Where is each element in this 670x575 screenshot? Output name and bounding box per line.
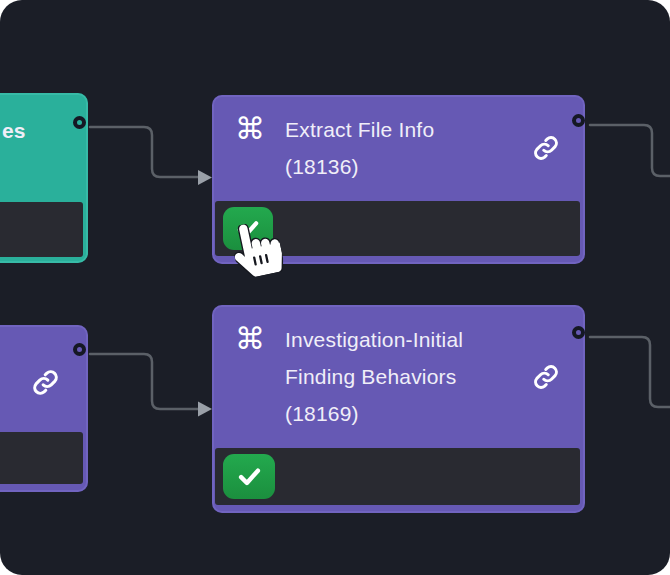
task-completed-badge[interactable] <box>223 454 275 499</box>
arrowhead-into-investigation <box>198 402 212 417</box>
link-icon[interactable] <box>531 362 561 392</box>
status-strip <box>0 202 83 257</box>
output-port-extract-node[interactable] <box>572 114 585 127</box>
workflow-canvas[interactable]: es ⌘ Extract File Info (18136) <box>0 0 670 575</box>
connection-line-investigation-out <box>590 337 670 407</box>
status-strip <box>215 448 580 505</box>
command-icon: ⌘ <box>235 322 269 356</box>
link-icon[interactable] <box>30 367 61 398</box>
node-title-line: Extract File Info <box>285 111 531 148</box>
checkmark-icon <box>232 461 267 492</box>
link-icon[interactable] <box>531 133 561 163</box>
connection-line-extract-out <box>590 125 670 176</box>
connection-line-left-to-investigation <box>90 354 198 409</box>
output-port-investigation-node[interactable] <box>572 326 585 339</box>
task-node-investigation-initial[interactable]: ⌘ Investigation-Initial Finding Behavior… <box>212 305 585 513</box>
arrowhead-into-extract <box>198 170 212 185</box>
node-title-line: Investigation-Initial <box>285 321 531 358</box>
node-title-line: (18169) <box>285 395 531 432</box>
node-title-line: Finding Behaviors <box>285 358 531 395</box>
command-icon: ⌘ <box>235 112 269 146</box>
output-port-left-node[interactable] <box>73 343 86 356</box>
status-strip <box>0 432 83 484</box>
node-title-fragment: es <box>2 112 25 149</box>
connection-line-teal-to-extract <box>90 127 198 177</box>
output-port-teal-node[interactable] <box>73 116 86 129</box>
node-title-line: (18136) <box>285 148 531 185</box>
